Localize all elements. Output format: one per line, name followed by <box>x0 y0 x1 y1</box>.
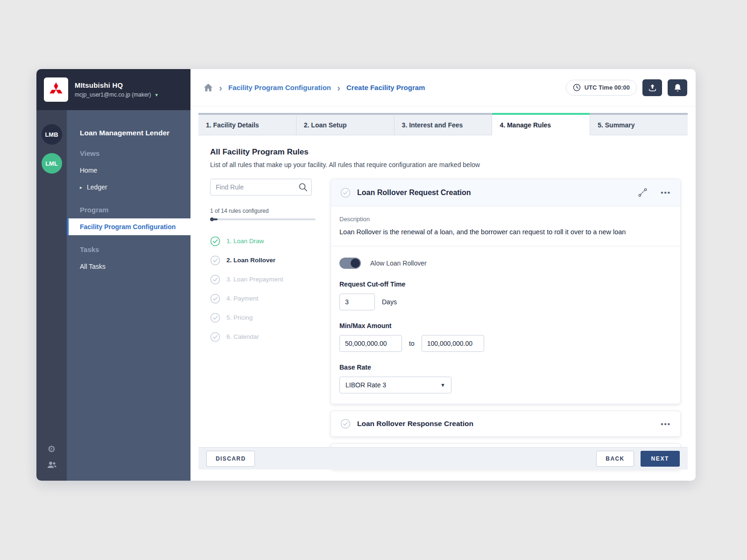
app-window: MItsubishi HQ mcjp_user1@mc.co.jp (maker… <box>36 69 696 481</box>
step-loan-prepayment[interactable]: 3. Loan Prepayment <box>210 270 316 289</box>
rule-search <box>210 179 312 196</box>
workspace-rail: LMB LML ⚙ <box>36 110 67 481</box>
divider <box>331 246 680 246</box>
chevron-right-icon: › <box>219 83 222 92</box>
breadcrumb-bar: › Facility Program Configuration › Creat… <box>190 69 696 106</box>
rule-card-loan-rollover-response[interactable]: Loan Rollover Response Creation ••• <box>331 411 681 437</box>
utc-time-label: UTC Time 00:00 <box>585 84 630 91</box>
step-label: 4. Payment <box>226 295 258 302</box>
more-options-icon[interactable]: ••• <box>661 420 671 427</box>
step-label: 1. Loan Draw <box>226 238 264 245</box>
step-label: 2. Loan Rollover <box>226 257 275 264</box>
rule-card-title: Loan Rollover Request Creation <box>357 189 471 197</box>
more-options-icon[interactable]: ••• <box>661 189 671 196</box>
upload-button[interactable] <box>642 79 662 96</box>
topbar-actions: UTC Time 00:00 <box>566 79 687 96</box>
check-circle-icon <box>210 255 220 266</box>
sidebar-item-label: Ledger <box>87 183 107 191</box>
rule-card-header: Loan Rollover Request Creation ••• <box>331 179 680 206</box>
rules-stepper-column: 1 of 14 rules configured 1. Loan Draw <box>210 179 316 476</box>
step-label: 5. Pricing <box>226 314 253 321</box>
step-loan-rollover[interactable]: 2. Loan Rollover <box>210 251 316 270</box>
base-rate-label: Base Rate <box>339 364 672 371</box>
sidebar-item-all-tasks[interactable]: All Tasks <box>67 258 190 275</box>
main-area: › Facility Program Configuration › Creat… <box>190 69 696 481</box>
check-circle-icon <box>210 332 220 342</box>
rule-cards-column: Loan Rollover Request Creation ••• <box>331 179 681 476</box>
page-title: All Facility Program Rules <box>210 147 681 157</box>
sidebar-item-ledger[interactable]: ▸ Ledger <box>67 179 190 196</box>
utc-time-badge: UTC Time 00:00 <box>566 80 637 96</box>
base-rate-select[interactable]: LIBOR Rate 3 ▼ <box>339 377 451 393</box>
chevron-right-icon: › <box>337 83 340 92</box>
sidebar-item-facility-program-configuration[interactable]: Facility Program Configuration <box>67 218 190 235</box>
tab-facility-details[interactable]: 1. Facility Details <box>198 113 296 135</box>
discard-button[interactable]: DISCARD <box>206 451 255 467</box>
tab-interest-and-fees[interactable]: 3. Interest and Fees <box>395 113 493 135</box>
gear-icon[interactable]: ⚙ <box>48 444 56 454</box>
upload-cloud-icon <box>648 84 657 91</box>
rule-flow-icon[interactable] <box>638 188 648 197</box>
org-header[interactable]: MItsubishi HQ mcjp_user1@mc.co.jp (maker… <box>36 69 190 110</box>
notifications-button[interactable] <box>668 79 687 96</box>
description-label: Description <box>339 216 672 223</box>
next-button[interactable]: NEXT <box>641 451 680 467</box>
cutoff-days-input[interactable] <box>339 294 375 310</box>
min-amount-input[interactable] <box>339 335 402 352</box>
step-pricing[interactable]: 5. Pricing <box>210 308 316 327</box>
tab-manage-rules[interactable]: 4. Manage Rules <box>492 113 590 135</box>
chevron-down-icon: ▼ <box>440 382 445 388</box>
clock-icon <box>573 84 581 91</box>
step-loan-draw[interactable]: 1. Loan Draw <box>210 231 316 251</box>
rule-steps: 1. Loan Draw 2. Loan Rollover <box>210 231 316 346</box>
page-subtitle: List of all rules that make up your faci… <box>210 161 681 168</box>
org-meta: MItsubishi HQ mcjp_user1@mc.co.jp (maker… <box>75 81 158 98</box>
check-circle-icon <box>340 419 351 429</box>
toggle-knob <box>351 259 360 268</box>
to-label: to <box>409 340 415 347</box>
expand-arrow-icon[interactable]: ▸ <box>80 185 82 190</box>
wizard-tabs: 1. Facility Details 2. Loan Setup 3. Int… <box>198 113 688 135</box>
rail-bottom: ⚙ <box>47 444 56 481</box>
nav-heading-program: Program <box>67 206 190 214</box>
nav-heading-tasks: Tasks <box>67 245 190 253</box>
sidebar-item-label: Facility Program Configuration <box>80 223 176 231</box>
avatar-lml[interactable]: LML <box>42 153 62 174</box>
search-icon[interactable] <box>298 182 308 192</box>
rule-search-input[interactable] <box>210 179 312 196</box>
sidebar-item-home[interactable]: Home <box>67 162 190 179</box>
rules-progress-bar <box>210 218 316 220</box>
allow-loan-rollover-toggle[interactable] <box>339 258 361 269</box>
home-icon[interactable] <box>204 83 213 92</box>
sidebar-body: LMB LML ⚙ <box>36 110 190 481</box>
cutoff-unit-label: Days <box>382 298 397 306</box>
minmax-amount-label: Min/Max Amount <box>339 322 672 329</box>
sidebar: MItsubishi HQ mcjp_user1@mc.co.jp (maker… <box>36 69 190 481</box>
check-circle-icon <box>210 274 220 285</box>
tab-loan-setup[interactable]: 2. Loan Setup <box>296 113 395 135</box>
back-button[interactable]: BACK <box>596 451 634 467</box>
rule-card-title: Loan Rollover Response Creation <box>357 420 473 428</box>
user-email: mcjp_user1@mc.co.jp (maker) <box>75 91 151 98</box>
wizard-footer: DISCARD BACK NEXT <box>198 447 688 469</box>
progress-dot <box>210 217 214 221</box>
check-circle-icon <box>340 188 351 198</box>
cutoff-time-label: Request Cut-off Time <box>339 280 672 288</box>
rule-card-body: Description Loan Rollover is the renewal… <box>331 216 680 404</box>
sidebar-nav: Loan Management Lender Views Home ▸ Ledg… <box>67 110 190 481</box>
avatar-lmb[interactable]: LMB <box>42 124 62 145</box>
step-calendar[interactable]: 6. Calendar <box>210 327 316 346</box>
org-name: MItsubishi HQ <box>75 81 158 89</box>
step-payment[interactable]: 4. Payment <box>210 289 316 308</box>
chevron-down-icon[interactable]: ▾ <box>155 92 158 98</box>
description-text: Loan Rollover is the renewal of a loan, … <box>339 228 672 236</box>
max-amount-input[interactable] <box>422 335 484 352</box>
bell-icon <box>674 84 682 92</box>
check-circle-icon <box>210 294 220 304</box>
tab-summary[interactable]: 5. Summary <box>590 113 688 135</box>
breadcrumb-facility-program-configuration[interactable]: Facility Program Configuration <box>228 84 331 91</box>
nav-heading-views: Views <box>67 149 190 157</box>
breadcrumb-create-facility-program[interactable]: Create Facility Program <box>346 84 425 91</box>
users-icon[interactable] <box>47 461 56 469</box>
toggle-label: Alow Loan Rollover <box>370 259 427 267</box>
